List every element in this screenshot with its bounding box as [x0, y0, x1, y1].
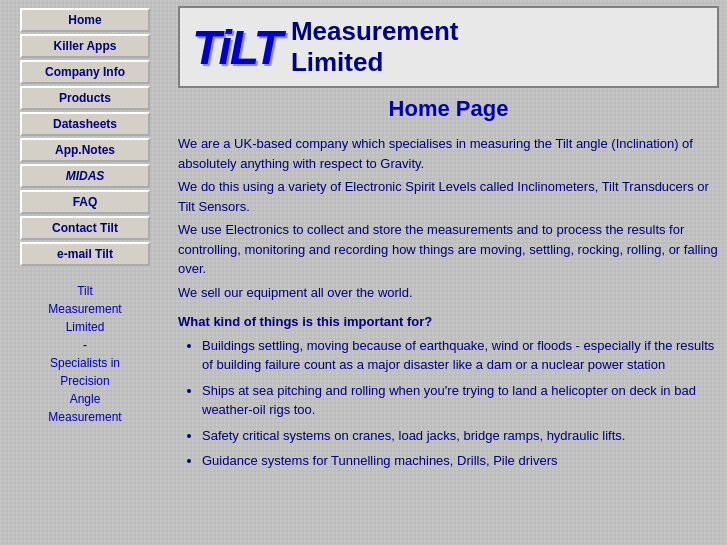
nav-email[interactable]: e-mail Tilt	[20, 242, 150, 266]
nav-killer-apps[interactable]: Killer Apps	[20, 34, 150, 58]
intro-p4: We sell our equipment all over the world…	[178, 283, 719, 303]
bullet-list: Buildings settling, moving because of ea…	[202, 336, 719, 471]
intro-p1: We are a UK-based company which speciali…	[178, 134, 719, 173]
bullet-1: Buildings settling, moving because of ea…	[202, 336, 719, 375]
logo-tilt-text: TiLT	[192, 20, 281, 75]
nav-menu: Home Killer Apps Company Info Products D…	[4, 8, 166, 266]
main-content: We are a UK-based company which speciali…	[178, 134, 719, 471]
nav-home[interactable]: Home	[20, 8, 150, 32]
what-kind-heading: What kind of things is this important fo…	[178, 312, 719, 332]
intro-p3: We use Electronics to collect and store …	[178, 220, 719, 279]
intro-p2: We do this using a variety of Electronic…	[178, 177, 719, 216]
bullet-4: Guidance systems for Tunnelling machines…	[202, 451, 719, 471]
nav-datasheets[interactable]: Datasheets	[20, 112, 150, 136]
bullet-3: Safety critical systems on cranes, load …	[202, 426, 719, 446]
nav-products[interactable]: Products	[20, 86, 150, 110]
logo-area: TiLT Measurement Limited	[178, 6, 719, 88]
logo-company-name: Measurement Limited	[291, 16, 459, 78]
sidebar-footer: Tilt Measurement Limited - Specialists i…	[4, 282, 166, 426]
bullet-2: Ships at sea pitching and rolling when y…	[202, 381, 719, 420]
page-title: Home Page	[178, 96, 719, 122]
nav-app-notes[interactable]: App.Notes	[20, 138, 150, 162]
nav-company-info[interactable]: Company Info	[20, 60, 150, 84]
nav-midas[interactable]: MIDAS	[20, 164, 150, 188]
nav-faq[interactable]: FAQ	[20, 190, 150, 214]
nav-contact[interactable]: Contact Tilt	[20, 216, 150, 240]
